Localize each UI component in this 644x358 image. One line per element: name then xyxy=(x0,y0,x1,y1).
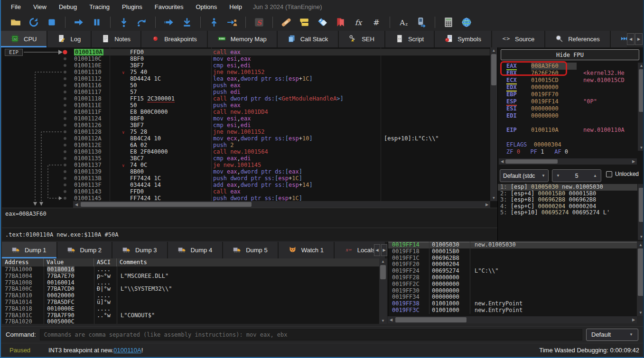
disasm-row[interactable]: 01001128∨75 28jne new.1001152 xyxy=(74,129,490,135)
tab-memory-map[interactable]: Memory Map xyxy=(208,31,278,47)
menu-options[interactable]: Options xyxy=(189,1,223,13)
tab-script[interactable]: ‹›Script xyxy=(385,31,435,47)
menu-favourites[interactable]: Favourites xyxy=(149,1,190,13)
disasm-row[interactable]: 0100110E3BF7cmp esi,edi xyxy=(74,62,490,69)
stack-vscrollbar[interactable]: ▲ ▼ xyxy=(637,242,644,316)
register-row-esi[interactable]: ESI00000000 xyxy=(498,105,637,112)
tab-dump-5[interactable]: Dump 5 xyxy=(223,242,279,258)
dump-row[interactable]: 77BA100000180016.... xyxy=(2,266,379,273)
tab-references[interactable]: References xyxy=(545,31,610,47)
hide-fpu-button[interactable]: Hide FPU xyxy=(501,49,639,60)
run-to-user-icon[interactable] xyxy=(163,17,175,28)
disasm-row[interactable]: 01001145FF7424 1Cpush dword ptr ss:[esp+… xyxy=(74,195,490,202)
register-row-eax[interactable]: EAX008A3F60 xyxy=(498,63,637,70)
argument-row[interactable]: 2: [esp+4] 000015B0 000015B0 xyxy=(498,191,637,197)
tab-dump-3[interactable]: Dump 3 xyxy=(112,242,168,258)
tab-symbols[interactable]: Symbols xyxy=(435,31,492,47)
restart-icon[interactable] xyxy=(28,17,39,28)
register-row-eip[interactable]: EIP0100110Anew.0100110A xyxy=(498,127,637,134)
disasm-row[interactable]: 0100112A8B4C24 10mov ecx,dword ptr ss:[e… xyxy=(74,135,490,142)
disasm-row[interactable]: 010011263BF7cmp esi,edi xyxy=(74,122,490,129)
stack-row[interactable]: 0019FF3400000000 xyxy=(388,294,637,301)
tab-source[interactable]: <>Source xyxy=(492,31,545,47)
disasm-row[interactable]: 01001118FF15 2C300001call dword ptr ds:[… xyxy=(74,95,490,102)
stack-row[interactable]: 0019FF2C00000000 xyxy=(388,281,637,288)
open-folder-icon[interactable] xyxy=(10,17,21,28)
register-row-edi[interactable]: EDI00000000 xyxy=(498,112,637,119)
patch-icon[interactable] xyxy=(280,17,292,28)
stack-row[interactable]: 0019FF3000000000 xyxy=(388,288,637,294)
eflags-row[interactable]: EFLAGS 00000304 xyxy=(498,141,637,148)
disassembly-pane[interactable]: EIP 0100110AFFD0call eax0100110C8BF0mov … xyxy=(2,47,497,208)
stack-row[interactable]: 0019FF2800000000 xyxy=(388,275,637,281)
stack-row[interactable]: 0019FF1401005030new.01005030 xyxy=(388,242,637,248)
hash-icon[interactable]: # xyxy=(371,17,382,28)
execute-till-return-icon[interactable] xyxy=(208,17,220,28)
register-list[interactable]: EAX008A3F60EBX7626E260<kernel32.HeECX010… xyxy=(498,63,637,156)
flags-row[interactable]: ZF 0 PF 1 AF 0 xyxy=(498,148,637,156)
step-over-icon[interactable] xyxy=(136,17,148,28)
argument-row[interactable]: 4: [esp+C] 00000204 00000204 xyxy=(498,203,637,210)
tab-dump-4[interactable]: Dump 4 xyxy=(168,242,224,258)
argument-row[interactable]: 1: [esp] 01005030 new.01005030 xyxy=(498,184,637,191)
dump-row[interactable]: 77BA10200005000C xyxy=(2,319,379,324)
tab-log[interactable]: Log xyxy=(47,31,92,47)
disasm-row[interactable]: 0100110AFFD0call eax xyxy=(74,49,490,55)
dump-row[interactable]: 77BA101C77BA7F90..°wL"CONOUT$" xyxy=(2,312,379,319)
font-case-icon[interactable]: Az xyxy=(398,17,409,28)
disasm-row[interactable]: 010011353BC7cmp eax,edi xyxy=(74,155,490,162)
disasm-row[interactable]: 01001110∨75 40jne new.1001152 xyxy=(74,69,490,75)
disasm-row[interactable]: 0100113BFF7424 1Cpush dword ptr ss:[esp+… xyxy=(74,175,490,182)
stack-row[interactable]: 0019FF2000000204 xyxy=(388,261,637,268)
menu-file[interactable]: File xyxy=(5,1,27,13)
dump-pane[interactable]: Address Value ASCI Comments 77BA10000018… xyxy=(2,258,379,324)
dump-row[interactable]: 77BA101000020000.... xyxy=(2,293,379,299)
registers-hscrollbar[interactable]: ◀ ▶ xyxy=(499,158,637,165)
dump-row[interactable]: 77BA101477BA5DFCü]°w xyxy=(2,299,379,306)
label-icon[interactable] xyxy=(317,17,328,28)
breakpoint-address-link[interactable]: 0100110A xyxy=(113,347,141,354)
disasm-row[interactable]: 0100111FE8 B00C0000call new.1001DD4 xyxy=(74,109,490,115)
disasm-row[interactable]: 0100113F034424 14add eax,dword ptr ss:[e… xyxy=(74,182,490,188)
pause-icon[interactable] xyxy=(91,17,103,28)
register-row-ecx[interactable]: ECX010015CDnew.010015CD xyxy=(498,77,637,84)
disasm-row[interactable]: 01001137∨74 0Cje new.1001145 xyxy=(74,162,490,168)
dump-row[interactable]: 77BA100800160014.... xyxy=(2,280,379,286)
run-icon[interactable] xyxy=(73,17,84,28)
disasm-vscrollbar[interactable]: ▲ ▼ xyxy=(490,47,497,201)
tab-dump-2[interactable]: Dump 2 xyxy=(57,242,113,258)
globe-icon[interactable] xyxy=(461,17,472,28)
stack-row[interactable]: 0019FF18000015B0 xyxy=(388,248,637,255)
argument-row[interactable]: 3: [esp+8] 006962B8 006962B8 xyxy=(498,197,637,203)
tab-call-stack[interactable]: Call Stack xyxy=(278,31,339,47)
disasm-row[interactable]: 010011248BF0mov esi,eax xyxy=(74,115,490,122)
dump-tab-scroll-right-icon[interactable]: ▶ xyxy=(381,244,387,256)
tab-thr[interactable]: Thr xyxy=(611,31,627,47)
stack-row[interactable]: 0019FF3C01001000new.EntryPoint xyxy=(388,307,637,314)
argument-depth-spinner[interactable]: ▼ 5 ▲ xyxy=(552,169,601,182)
disasm-row[interactable]: 0100110C8BF0mov esi,eax xyxy=(74,55,490,62)
disasm-row[interactable]: 0100111650push eax xyxy=(74,82,490,89)
step-out-icon[interactable] xyxy=(181,17,193,28)
stack-row[interactable]: 0019FF1C006962B8 xyxy=(388,255,637,262)
calling-convention-select[interactable]: Default (stdc▼ xyxy=(500,169,549,182)
tab-scroll-right-icon[interactable]: ▶ xyxy=(635,33,643,45)
stack-hscrollbar[interactable]: ◀ ▶ xyxy=(388,316,637,323)
tab-dump-1[interactable]: Dump 1 xyxy=(2,242,57,258)
register-row-ebp[interactable]: EBP0019FF70 xyxy=(498,91,637,98)
register-row-edx[interactable]: EDX00000000 xyxy=(498,84,637,91)
disasm-hscrollbar[interactable]: ◀ ▶ xyxy=(73,201,490,208)
stop-icon[interactable] xyxy=(46,17,57,28)
dump-tab-scroll-left-icon[interactable]: ◀ xyxy=(374,244,380,256)
stack-row[interactable]: 0019FF3801001000new.EntryPoint xyxy=(388,301,637,307)
tab-cpu[interactable]: 32CPU xyxy=(1,31,47,47)
menu-plugins[interactable]: Plugins xyxy=(116,1,149,13)
command-input[interactable] xyxy=(40,329,582,340)
disasm-row[interactable]: 010011128D4424 1Clea eax,dword ptr ss:[e… xyxy=(74,75,490,82)
registers-vscrollbar[interactable]: ▲ ▼ xyxy=(638,63,644,151)
arguments-vscrollbar[interactable]: ▼ xyxy=(638,184,644,240)
dump-row[interactable]: 77BA10180010000E.... xyxy=(2,306,379,312)
patch-s-icon[interactable]: S xyxy=(253,17,265,28)
register-row-esp[interactable]: ESP0019FF14"0P" xyxy=(498,98,637,105)
function-icon[interactable]: fx xyxy=(353,17,364,28)
